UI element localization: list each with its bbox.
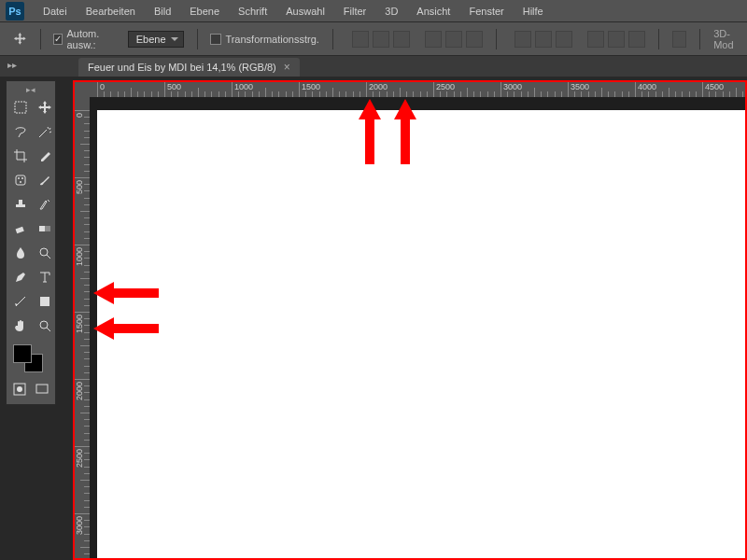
ruler-v-label: 2000 xyxy=(75,382,84,400)
ruler-h-label: 3000 xyxy=(503,82,522,91)
panel-grip-icon[interactable]: ▸◂ xyxy=(9,85,52,94)
dist-right-icon[interactable] xyxy=(628,31,645,48)
dist-left-icon[interactable] xyxy=(587,31,604,48)
shape-tool[interactable] xyxy=(34,290,56,313)
ruler-h-label: 1500 xyxy=(302,82,320,91)
dist-vcenter-icon[interactable] xyxy=(535,31,552,48)
options-bar: Autom. ausw.: Ebene Transformationsstrg.… xyxy=(0,22,747,56)
menu-ebene[interactable]: Ebene xyxy=(180,6,229,17)
align-left-icon[interactable] xyxy=(425,31,442,48)
ruler-v-label: 2500 xyxy=(75,449,84,468)
ruler-h-label: 1000 xyxy=(234,82,253,91)
checkbox-icon xyxy=(210,34,221,45)
brush-tool[interactable] xyxy=(34,169,56,191)
menu-bar: Ps DateiBearbeitenBildEbeneSchriftAuswah… xyxy=(0,0,747,22)
ruler-v-label: 1500 xyxy=(75,315,84,333)
svg-point-4 xyxy=(20,181,21,183)
dist-hcenter-icon[interactable] xyxy=(608,31,625,48)
stamp-tool[interactable] xyxy=(9,193,32,216)
auto-align-icon[interactable] xyxy=(672,31,686,48)
eraser-tool[interactable] xyxy=(9,217,32,240)
dist-top-icon[interactable] xyxy=(514,31,531,48)
svg-rect-13 xyxy=(36,385,48,393)
wand-tool[interactable] xyxy=(34,120,56,143)
ruler-v-label: 3000 xyxy=(75,516,84,535)
marquee-tool[interactable] xyxy=(9,96,32,119)
zoom-tool[interactable] xyxy=(34,315,56,337)
crop-tool[interactable] xyxy=(9,145,32,167)
menu-3d[interactable]: 3D xyxy=(375,6,407,17)
menu-bild[interactable]: Bild xyxy=(145,6,180,17)
menu-schrift[interactable]: Schrift xyxy=(229,6,276,17)
ruler-h-label: 4000 xyxy=(638,82,656,91)
document-tab[interactable]: Feuer und Eis by MDI bei 14,1% (RGB/8) × xyxy=(78,58,300,77)
transform-controls-label: Transformationsstrg. xyxy=(225,34,318,45)
hand-tool[interactable] xyxy=(9,315,32,337)
distribute-group-1 xyxy=(514,31,572,48)
align-top-icon[interactable] xyxy=(352,31,369,48)
menu-filter[interactable]: Filter xyxy=(334,6,375,17)
svg-rect-1 xyxy=(16,175,25,185)
transform-controls-checkbox[interactable]: Transformationsstrg. xyxy=(210,34,318,45)
document-area: 050010001500200025003000350040004500 050… xyxy=(73,80,747,560)
ruler-v-label: 0 xyxy=(75,113,84,118)
ruler-h-label: 4500 xyxy=(705,82,724,91)
canvas-viewport[interactable] xyxy=(90,97,747,560)
horizontal-ruler[interactable]: 050010001500200025003000350040004500 xyxy=(90,80,747,97)
align-right-icon[interactable] xyxy=(466,31,483,48)
menu-fenster[interactable]: Fenster xyxy=(459,6,513,17)
align-group-1 xyxy=(352,31,410,48)
color-swatches[interactable] xyxy=(9,343,52,374)
document-tab-bar: Feuer und Eis by MDI bei 14,1% (RGB/8) × xyxy=(0,56,747,77)
workspace: ▸◂ 050010001500200025003000350040004500 … xyxy=(0,77,747,560)
menu-bearbeiten[interactable]: Bearbeiten xyxy=(77,6,145,17)
ruler-h-label: 2500 xyxy=(436,82,455,91)
svg-point-3 xyxy=(21,177,23,179)
blur-tool[interactable] xyxy=(9,242,32,264)
menu-ansicht[interactable]: Ansicht xyxy=(407,6,459,17)
quickmask-icon[interactable] xyxy=(9,378,30,400)
path-tool[interactable] xyxy=(9,290,32,313)
ruler-h-label: 0 xyxy=(100,82,105,91)
menu-auswahl[interactable]: Auswahl xyxy=(276,6,334,17)
app-logo: Ps xyxy=(6,2,24,21)
lasso-tool[interactable] xyxy=(9,120,32,143)
ruler-h-label: 3500 xyxy=(571,82,589,91)
close-icon[interactable]: × xyxy=(284,61,290,74)
auto-select-target-dropdown[interactable]: Ebene xyxy=(128,31,184,48)
check-icon xyxy=(53,34,63,45)
type-tool[interactable] xyxy=(34,266,56,288)
dist-bottom-icon[interactable] xyxy=(556,31,572,48)
tools-panel: ▸◂ xyxy=(6,80,56,405)
pen-tool[interactable] xyxy=(9,266,32,288)
svg-point-10 xyxy=(40,321,48,329)
expand-panels-icon[interactable]: ▸▸ xyxy=(7,60,21,73)
eyedrop-tool[interactable] xyxy=(34,145,56,167)
svg-rect-7 xyxy=(39,226,45,231)
ruler-v-label: 500 xyxy=(75,180,84,194)
menu-hilfe[interactable]: Hilfe xyxy=(514,6,553,17)
heal-tool[interactable] xyxy=(9,169,32,191)
ruler-origin[interactable] xyxy=(73,80,90,97)
align-group-2 xyxy=(425,31,483,48)
mode-label[interactable]: 3D-Mod xyxy=(713,28,743,50)
move-tool-indicator-icon xyxy=(13,31,27,48)
svg-point-2 xyxy=(18,177,20,179)
ruler-v-label: 1000 xyxy=(75,247,84,266)
vertical-ruler[interactable]: 050010001500200025003000 xyxy=(73,97,90,560)
align-hcenter-icon[interactable] xyxy=(445,31,462,48)
menu-datei[interactable]: Datei xyxy=(34,6,77,17)
move-tool[interactable] xyxy=(34,96,56,119)
gradient-tool[interactable] xyxy=(34,217,56,240)
history-tool[interactable] xyxy=(34,193,56,216)
align-bottom-icon[interactable] xyxy=(393,31,410,48)
dodge-tool[interactable] xyxy=(34,242,56,264)
canvas[interactable] xyxy=(97,110,747,560)
svg-rect-5 xyxy=(16,227,24,233)
align-vcenter-icon[interactable] xyxy=(373,31,389,48)
screenmode-icon[interactable] xyxy=(32,378,52,400)
auto-select-checkbox[interactable]: Autom. ausw.: xyxy=(53,28,118,50)
foreground-swatch[interactable] xyxy=(13,344,32,363)
distribute-group-2 xyxy=(587,31,645,48)
svg-rect-9 xyxy=(40,297,49,306)
